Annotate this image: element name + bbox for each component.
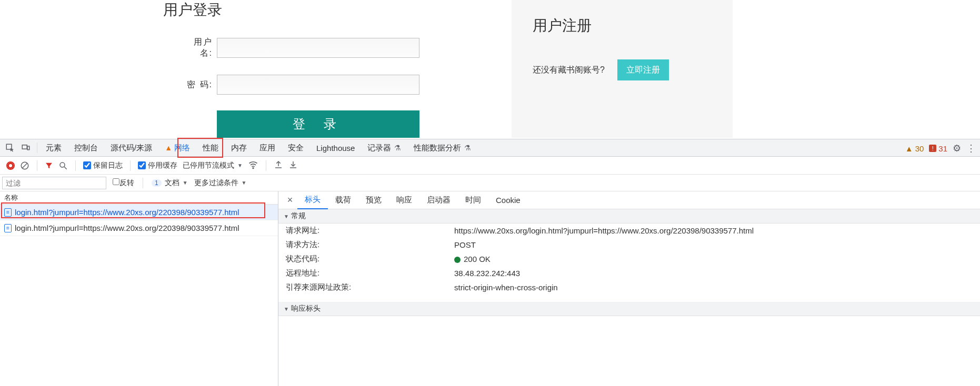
tab-performance[interactable]: 性能 (196, 139, 225, 157)
network-body: 名称 ≡ login.html?jumpurl=https://www.20xs… (0, 191, 980, 386)
request-row[interactable]: ≡ login.html?jumpurl=https://www.20xs.or… (0, 205, 278, 220)
svg-point-7 (253, 167, 254, 168)
svg-rect-1 (22, 145, 27, 149)
doc-type-filter[interactable]: 1文档▼ (152, 178, 188, 188)
network-toolbar: 保留日志 停用缓存 已停用节流模式▼ (0, 157, 980, 175)
section-response-headers[interactable]: ▼响应标头 (278, 302, 980, 316)
chevron-down-icon: ▼ (183, 180, 188, 186)
request-list: 名称 ≡ login.html?jumpurl=https://www.20xs… (0, 191, 278, 386)
disable-cache-label: 停用缓存 (148, 161, 177, 170)
chevron-down-icon: ▼ (242, 180, 247, 186)
inspect-icon[interactable] (3, 141, 17, 155)
warning-triangle-icon: ▲ (165, 144, 172, 152)
import-har-icon[interactable] (274, 160, 283, 171)
throttling-label: 已停用节流模式 (183, 161, 234, 170)
warnings-badge[interactable]: ▲30 (905, 144, 924, 153)
doc-count-pill: 1 (152, 179, 162, 187)
svg-line-4 (23, 163, 27, 168)
error-count-value: 31 (938, 144, 947, 153)
tab-console[interactable]: 控制台 (68, 139, 104, 157)
dtab-payload[interactable]: 载荷 (328, 191, 358, 209)
login-form: 用户名: 密 码: 登 录 (181, 37, 419, 138)
errors-badge[interactable]: !31 (929, 144, 947, 153)
close-icon[interactable]: × (283, 195, 297, 206)
tab-network-label: 网络 (174, 143, 190, 153)
preserve-log-label: 保留日志 (93, 161, 123, 170)
search-icon[interactable] (58, 161, 68, 170)
warning-icon: ▲ (905, 144, 913, 153)
list-header-name: 名称 (0, 191, 278, 205)
flask-icon: ⚗ (394, 144, 401, 152)
caret-down-icon: ▼ (284, 214, 289, 219)
tab-recorder-label: 记录器 (367, 143, 391, 153)
tab-application[interactable]: 应用 (253, 139, 282, 157)
password-input[interactable] (217, 75, 419, 95)
general-status-value: 200 OK (454, 255, 973, 263)
preserve-log-checkbox[interactable]: 保留日志 (83, 161, 123, 170)
tab-security[interactable]: 安全 (282, 139, 310, 157)
request-url: login.html?jumpurl=https://www.20xs.org/… (15, 224, 239, 232)
tab-lighthouse[interactable]: Lighthouse (310, 139, 361, 157)
filter-funnel-icon[interactable] (45, 161, 53, 170)
caret-down-icon: ▼ (284, 306, 289, 312)
filter-input[interactable] (2, 177, 106, 189)
record-button[interactable] (6, 161, 15, 170)
register-title: 用户注册 (533, 16, 733, 36)
dtab-preview[interactable]: 预览 (358, 191, 389, 209)
username-input[interactable] (217, 38, 419, 58)
throttling-select[interactable]: 已停用节流模式▼ (183, 161, 243, 170)
flask-icon: ⚗ (464, 144, 471, 152)
tab-elements[interactable]: 元素 (39, 139, 68, 157)
general-referrer-value: strict-origin-when-cross-origin (454, 283, 973, 292)
section-general[interactable]: ▼常规 (278, 209, 980, 224)
network-filter-bar: 反转 1文档▼ 更多过滤条件▼ (0, 175, 980, 191)
general-remote-value: 38.48.232.242:443 (454, 269, 973, 278)
register-question: 还没有藏书阁账号? (533, 65, 605, 76)
dtab-timing[interactable]: 时间 (458, 191, 488, 209)
svg-rect-2 (27, 146, 29, 150)
chevron-down-icon: ▼ (237, 162, 243, 168)
general-method-value: POST (454, 240, 973, 249)
dtab-initiator[interactable]: 启动器 (419, 191, 458, 209)
login-button[interactable]: 登 录 (217, 110, 419, 138)
status-dot-icon (454, 257, 461, 263)
separator (130, 160, 131, 171)
dtab-response[interactable]: 响应 (389, 191, 419, 209)
document-icon: ≡ (4, 208, 12, 217)
dtab-headers[interactable]: 标头 (297, 191, 328, 209)
login-title: 用户登录 (163, 0, 222, 20)
tab-sources[interactable]: 源代码/来源 (104, 139, 158, 157)
dtab-cookies[interactable]: Cookie (488, 191, 528, 209)
register-button[interactable]: 立即注册 (617, 59, 669, 80)
general-method-key: 请求方法: (286, 240, 454, 250)
more-menu-icon[interactable]: ⋮ (966, 143, 976, 154)
password-label: 密 码: (181, 79, 213, 90)
more-filters[interactable]: 更多过滤条件▼ (194, 178, 247, 188)
settings-gear-icon[interactable]: ⚙ (953, 143, 961, 154)
tab-perf-insights[interactable]: 性能数据分析⚗ (407, 139, 477, 157)
separator (75, 160, 76, 171)
clear-icon[interactable] (20, 161, 29, 170)
network-conditions-icon[interactable] (248, 159, 258, 172)
doc-type-label: 文档 (165, 178, 179, 188)
separator (266, 160, 266, 171)
invert-checkbox[interactable]: 反转 (113, 178, 134, 188)
device-toggle-icon[interactable] (19, 141, 33, 155)
tab-network[interactable]: ▲网络 (158, 139, 196, 157)
request-url: login.html?jumpurl=https://www.20xs.org/… (15, 208, 239, 217)
export-har-icon[interactable] (288, 160, 298, 171)
general-request-url-value: https://www.20xs.org/login.html?jumpurl=… (454, 226, 973, 235)
disable-cache-checkbox[interactable]: 停用缓存 (138, 161, 177, 170)
separator (143, 178, 143, 188)
tab-memory[interactable]: 内存 (225, 139, 253, 157)
tab-recorder[interactable]: 记录器⚗ (361, 139, 407, 157)
status-text: 200 OK (464, 255, 491, 263)
webpage-area: 用户登录 用户名: 密 码: 登 录 用户注册 还没有藏书阁账号? 立即注册 (0, 0, 980, 139)
general-remote-key: 远程地址: (286, 268, 454, 278)
warn-count-value: 30 (915, 144, 924, 153)
svg-point-5 (60, 162, 65, 167)
section-response-headers-label: 响应标头 (291, 304, 321, 313)
request-row[interactable]: ≡ login.html?jumpurl=https://www.20xs.or… (0, 220, 278, 236)
svg-line-6 (64, 167, 67, 169)
request-detail: × 标头 载荷 预览 响应 启动器 时间 Cookie ▼常规 请求网址:htt… (278, 191, 980, 386)
